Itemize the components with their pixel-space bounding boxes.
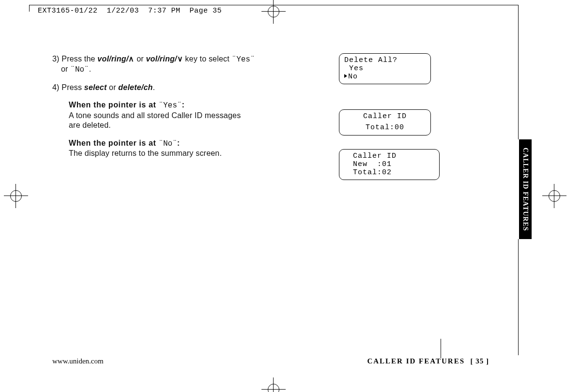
text: The display returns to the summary scree…: [69, 149, 222, 157]
text: key to select: [183, 55, 232, 63]
pointer-icon: [344, 74, 347, 78]
lcd-text: ¨Yes¨: [158, 101, 182, 110]
step-number: 4): [52, 83, 60, 91]
registration-mark-icon: [261, 377, 286, 392]
registration-mark-icon: [261, 0, 286, 24]
lcd-text: ¨No¨: [158, 139, 177, 148]
lcd-line: Total:00: [344, 124, 426, 132]
footer-section-name: CALLER ID FEATURES: [367, 357, 465, 365]
text: or: [52, 65, 70, 73]
lcd-line: New :01: [353, 160, 392, 168]
yes-case: When the pointer is at ¨Yes¨: A tone sou…: [52, 100, 304, 130]
text: or: [107, 83, 118, 91]
text: or: [135, 55, 146, 63]
subheading: When the pointer is at: [69, 101, 158, 109]
lcd-delete-all: Delete All? Yes No: [339, 53, 431, 84]
step-4: 4) Press select or delete/ch.: [52, 83, 304, 92]
key-label: delete/ch: [118, 83, 153, 91]
text: Press the: [61, 55, 97, 63]
text: .: [153, 83, 155, 91]
step-3: 3) Press the vol/ring/∧ or vol/ring/∨ ke…: [52, 54, 304, 75]
text: are deleted.: [69, 121, 111, 129]
lcd-line: Caller ID: [344, 113, 426, 121]
key-label: select: [84, 83, 107, 91]
registration-mark-icon: [542, 184, 566, 208]
lcd-text: ¨No¨: [70, 65, 89, 74]
subheading: :: [182, 101, 184, 109]
lcd-caller-id-empty: Caller ID Total:00: [339, 109, 431, 136]
text: Press: [61, 83, 84, 91]
key-label: vol/ring/: [146, 55, 177, 63]
printer-frame-right: [518, 5, 519, 139]
registration-mark-icon: [4, 184, 28, 208]
lcd-line: Delete All?: [344, 56, 398, 64]
lcd-line: No: [348, 73, 358, 81]
key-label: vol/ring/: [97, 55, 128, 63]
text: .: [89, 65, 92, 73]
text: A tone sounds and all stored Caller ID m…: [69, 111, 241, 120]
print-slug: EXT3165-01/22 1/22/03 7:37 PM Page 35: [38, 7, 222, 15]
lcd-line: Yes: [344, 64, 364, 73]
step-number: 3): [52, 55, 60, 63]
no-case: When the pointer is at ¨No¨: The display…: [52, 138, 304, 159]
up-caret-icon: ∧: [128, 55, 134, 63]
down-caret-icon: ∨: [177, 55, 183, 63]
section-tab: CALLER ID FEATURES: [519, 139, 532, 239]
printer-frame-left-tick: [29, 5, 30, 12]
footer-section: CALLER ID FEATURES [ 35 ]: [367, 357, 489, 365]
subheading: :: [177, 139, 180, 147]
lcd-text: ¨Yes¨: [232, 55, 255, 64]
instruction-body: 3) Press the vol/ring/∧ or vol/ring/∨ ke…: [52, 54, 304, 166]
footer-url: www.uniden.com: [52, 357, 104, 365]
page-number: [ 35 ]: [471, 357, 489, 365]
lcd-caller-id-summary: Caller ID New :01 Total:02: [339, 149, 440, 180]
lcd-line: Total:02: [353, 168, 392, 177]
lcd-line: Caller ID: [353, 152, 397, 160]
subheading: When the pointer is at: [69, 139, 158, 147]
printer-frame-bottom-tick: [441, 339, 441, 358]
printer-frame-right: [518, 239, 519, 355]
